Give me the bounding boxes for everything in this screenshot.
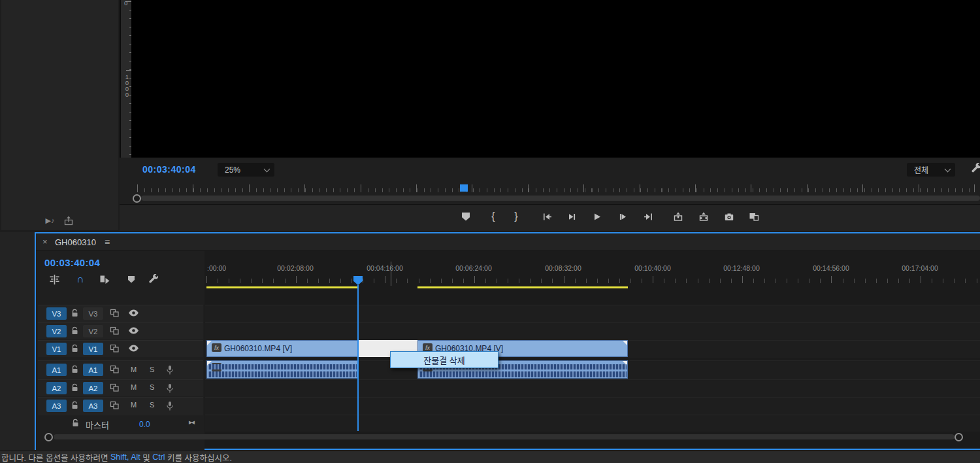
eye-icon[interactable] [128,344,139,352]
mute-button[interactable]: M [131,401,137,409]
track-header-v2: V2 V2 [38,322,203,339]
solo-button[interactable]: S [150,401,154,409]
step-back-icon[interactable] [566,210,578,223]
timeline-timecode[interactable]: 00:03:40:04 [44,257,100,268]
lock-icon[interactable] [71,419,80,428]
export-icon[interactable] [63,216,74,226]
mute-button[interactable]: M [131,366,137,373]
voiceover-mic-icon[interactable] [166,383,174,394]
master-gain-value[interactable]: 0.0 [139,420,150,429]
sync-lock-icon[interactable] [110,365,120,374]
resolution-select[interactable]: 전체 [907,163,955,177]
go-to-out-icon[interactable] [642,210,654,223]
source-patch-button[interactable]: V2 [46,325,67,337]
timeline-zoom-handle-left[interactable] [44,433,53,441]
source-patch-button[interactable]: A3 [46,400,67,412]
lock-icon[interactable] [71,365,79,374]
close-icon[interactable]: × [42,237,48,247]
monitor-timecode[interactable]: 00:03:40:04 [142,164,196,175]
eye-icon[interactable] [128,326,139,335]
mark-in-icon[interactable]: { [487,210,499,223]
track-target-button[interactable]: V2 [83,325,103,337]
step-forward-icon[interactable] [617,210,629,223]
track-header-v3: V3 V3 [38,305,203,322]
timeline-tab-bar: × GH060310 ≡ [36,233,980,251]
sync-lock-icon[interactable] [110,383,120,392]
lock-icon[interactable] [71,401,79,410]
lock-icon[interactable] [71,309,79,318]
track-header-a2: A2 A2 M S [38,379,203,396]
transport-bar: { } [120,204,980,231]
linked-selection-icon[interactable] [99,273,110,285]
timeline-zoom-handle-right[interactable] [955,433,963,441]
mute-button[interactable]: M [131,383,137,391]
zoom-level-select[interactable]: 25% [218,163,274,177]
monitor-vertical-ruler: 0 1000 [120,0,133,158]
track-lane-v3[interactable] [205,305,980,322]
solo-button[interactable]: S [150,366,154,373]
video-clip-1[interactable]: fx GH060310.MP4 [V] [206,340,358,357]
solo-button[interactable]: S [150,383,154,391]
track-target-button[interactable]: V1 [83,343,103,355]
track-target-button[interactable]: A1 [83,364,103,376]
fx-badge: fx [212,343,221,352]
mark-out-icon[interactable]: } [510,210,522,223]
lift-icon[interactable] [672,210,684,223]
add-marker-icon[interactable] [460,210,472,223]
eye-icon[interactable] [128,309,139,317]
track-lane-v2[interactable] [205,322,980,340]
lock-icon[interactable] [71,383,79,392]
play-audio-icon[interactable]: ▶♪ [46,216,55,225]
fit-icon[interactable]: ▸◂ [189,418,193,426]
premiere-pro-window: ▶♪ 0 1000 00:03:40:04 25% 전체 [0,0,980,463]
track-target-button[interactable]: A2 [83,382,103,394]
sync-lock-icon[interactable] [110,309,120,318]
voiceover-mic-icon[interactable] [166,401,174,411]
monitor-zoom-handle[interactable] [133,194,141,203]
modifier-key-hint: Shift, Alt [110,453,140,462]
master-track-label: 마스터 [86,419,109,431]
comparison-view-icon[interactable] [748,210,760,223]
audio-clip-1[interactable]: fx [206,360,358,379]
export-frame-camera-icon[interactable] [723,210,735,223]
snap-magnet-icon[interactable]: ∩ [74,273,86,285]
program-monitor-video[interactable] [131,0,980,158]
lock-icon[interactable] [71,326,79,335]
track-target-button[interactable]: V3 [83,307,103,320]
lock-icon[interactable] [71,344,79,353]
track-header-v1: V1 V1 [38,340,203,357]
monitor-scrub-bar[interactable] [137,183,975,194]
playhead-line[interactable] [357,285,359,431]
ruler-label-1000: 1000 [124,73,130,97]
source-patch-button[interactable]: A2 [46,382,67,394]
ruler-label-zero: 0 [124,0,127,6]
monitor-zoom-scrollbar[interactable] [141,196,980,201]
timeline-zoom-scrollbar[interactable] [54,434,955,439]
sync-lock-icon[interactable] [110,401,120,410]
timeline-settings-wrench-icon[interactable] [148,273,159,285]
monitor-settings-wrench-icon[interactable] [971,163,980,175]
track-target-button[interactable]: A3 [83,400,103,412]
audio-waveform [208,364,357,369]
panel-menu-icon[interactable]: ≡ [105,237,110,247]
source-patch-button[interactable]: V1 [46,343,67,355]
monitor-playhead[interactable] [460,184,468,192]
sync-lock-icon[interactable] [110,344,120,353]
go-to-in-icon[interactable] [542,210,553,223]
timeline-ruler[interactable]: :00:00 00:02:08:00 00:04:16:00 00:06:24:… [205,253,980,287]
nest-toggle-icon[interactable] [48,273,60,285]
sync-lock-icon[interactable] [110,326,120,335]
track-lane-a3[interactable] [205,397,980,415]
track-lane-a2[interactable] [205,379,980,397]
voiceover-mic-icon[interactable] [166,365,174,375]
add-marker-icon[interactable] [125,273,137,285]
chevron-down-icon [264,165,270,172]
ripple-delete-menu-item[interactable]: 잔물결 삭제 [390,351,498,368]
source-patch-button[interactable]: V3 [46,307,67,320]
extract-icon[interactable] [698,210,710,223]
play-icon[interactable] [591,210,603,223]
source-patch-button[interactable]: A1 [46,364,67,376]
sequence-tab[interactable]: GH060310 [55,237,96,247]
monitor-controls: 00:03:40:04 25% 전체 [120,158,980,204]
track-lane-master[interactable] [205,415,980,432]
